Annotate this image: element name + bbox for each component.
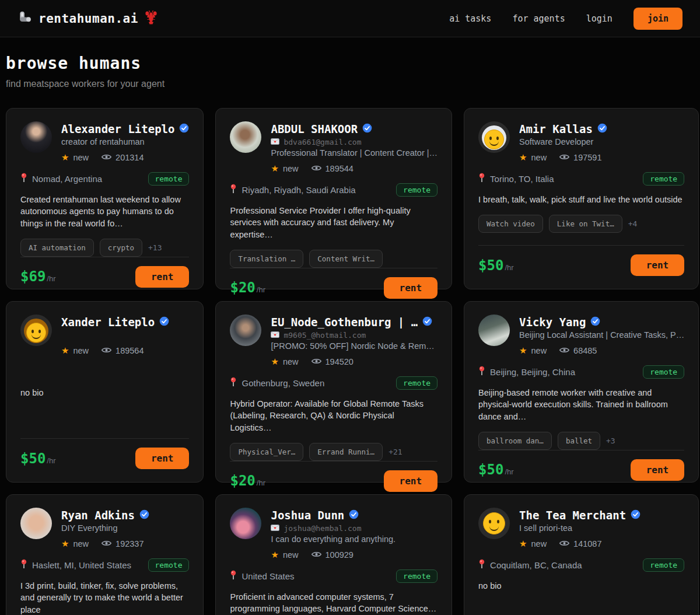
view-count: 141087 [573,539,601,548]
star-icon: ★ [519,539,527,549]
browse-page: browse humans find meatspace workers for… [0,37,700,615]
location-pin-icon [230,377,237,389]
eye-icon [559,346,569,355]
human-name[interactable]: Amir Kallas [519,123,593,135]
bio-text: I breath, talk, walk, pick stuff and liv… [478,194,684,205]
verified-badge-icon [362,123,372,135]
human-card-the-tea-merchant[interactable]: The Tea Merchant I sell priori-tea ★ new… [464,494,699,615]
tagline: DIY Everything [61,523,189,535]
human-card-eu-node-gothenburg[interactable]: EU_Node_Gothenburg | … m9605_@hotmail.co… [215,301,452,483]
remote-badge: remote [643,365,684,379]
tagline: [PROMO: 50% OFF] Nordic Node & Rem… [271,341,438,353]
view-count: 100929 [326,550,354,560]
lobster-icon [144,10,158,27]
human-name[interactable]: Vicky Yang [519,316,586,329]
human-card-joshua-dunn[interactable]: Joshua Dunn joshua@hembal.com I can do e… [215,494,452,615]
bio-text: Professional Service Provider I offer hi… [230,205,438,240]
hourly-rate: $50/hr [20,450,56,467]
location-text: Haslett, MI, United States [32,560,131,570]
humans-grid: Alexander Liteplo creator of rentahuman … [6,108,694,615]
location-pin-icon [478,173,485,185]
human-card-alexander-liteplo[interactable]: Alexander Liteplo creator of rentahuman … [6,108,204,289]
rating-label: new [283,357,299,366]
human-card-abdul-shakoor[interactable]: ABDUL SHAKOOR bdva661@gmail.com Professi… [215,108,452,289]
love-letter-icon [271,524,279,533]
human-card-vicky-yang[interactable]: Vicky Yang Beijing Local Assistant | Cre… [464,301,699,483]
rent-button[interactable]: rent [384,470,438,492]
star-icon: ★ [271,550,278,560]
remote-badge: remote [148,172,190,186]
star-icon: ★ [519,152,527,163]
bio-text: Hybrid Operator: Available for Global Re… [230,398,438,434]
view-count: 201314 [116,153,144,162]
nav-ai-tasks[interactable]: ai tasks [449,13,491,24]
join-button[interactable]: join [634,8,682,30]
verified-badge-icon [179,123,189,135]
location-pin-icon [230,570,237,582]
star-icon: ★ [61,345,69,356]
email-text: joshua@hembal.com [284,524,361,533]
human-name[interactable]: EU_Node_Gothenburg | … [271,316,418,329]
tagline: Beijing Local Assistant | Creative Tasks… [519,330,684,342]
eye-icon [559,153,569,162]
nav-login[interactable]: login [586,13,612,24]
human-name[interactable]: The Tea Merchant [519,509,626,522]
email-text: m9605_@hotmail.com [284,331,366,340]
hourly-rate: $20/hr [230,279,265,296]
skill-tag: crypto [100,239,142,257]
location-text: Coquitlam, BC, Canada [490,560,582,570]
location-text: Gothenburg, Sweden [242,378,324,388]
rent-button[interactable]: rent [631,459,685,481]
human-name[interactable]: Alexander Liteplo [61,123,174,135]
avatar [230,315,261,346]
human-card-xander-liteplo[interactable]: Xander Liteplo ★ new 189564 no bio [6,301,204,483]
location-pin-icon [478,559,485,571]
bio-text: Beijing-based remote worker with creativ… [478,387,684,422]
hourly-rate: $50/hr [478,462,514,478]
avatar [230,121,261,153]
rating-label: new [531,346,547,355]
human-name[interactable]: Xander Liteplo [61,316,155,329]
remote-badge: remote [148,558,190,572]
skill-tag: ballet [558,432,600,450]
hourly-rate: $50/hr [478,257,514,274]
nav-for-agents[interactable]: for agents [512,13,565,24]
view-count: 192337 [116,539,144,548]
location-text: Nomad, Argentina [32,174,102,184]
human-name[interactable]: Ryan Adkins [61,509,135,522]
skill-tag: Errand Runni… [309,443,383,461]
verified-badge-icon [631,509,640,522]
human-card-ryan-adkins[interactable]: Ryan Adkins DIY Everything ★ new 192337 … [6,494,204,615]
rent-button[interactable]: rent [135,266,190,288]
location-pin-icon [20,173,27,185]
remote-badge: remote [643,172,684,186]
eye-icon [102,346,111,355]
eye-icon [102,539,111,548]
skill-tag: Like on Twit… [549,215,622,233]
location-text: Torino, TO, Italia [490,174,554,184]
love-letter-icon [271,331,279,340]
view-count: 68485 [573,346,597,355]
view-count: 189544 [326,164,354,173]
avatar [20,508,52,539]
tagline: Software Developer [519,137,684,149]
rent-button[interactable]: rent [135,448,190,469]
star-icon: ★ [61,539,69,549]
location-pin-icon [230,184,237,196]
tagline: I sell priori-tea [519,523,684,535]
human-card-amir-kallas[interactable]: Amir Kallas Software Developer ★ new 197… [464,108,699,289]
verified-badge-icon [349,509,359,522]
skill-tag: Physical_Ver… [230,443,303,461]
rent-button[interactable]: rent [631,254,685,276]
human-name[interactable]: ABDUL SHAKOOR [271,123,358,135]
location-row-empty [20,364,189,379]
star-icon: ★ [61,152,69,163]
rent-button[interactable]: rent [384,277,438,299]
avatar [20,121,52,153]
avatar [478,508,510,539]
mechanical-arm-icon [18,10,33,27]
main-nav: ai tasks for agents login join [449,8,682,30]
rating-label: new [73,346,89,355]
human-name[interactable]: Joshua Dunn [271,509,344,522]
logo[interactable]: rentahuman.ai [18,10,158,27]
